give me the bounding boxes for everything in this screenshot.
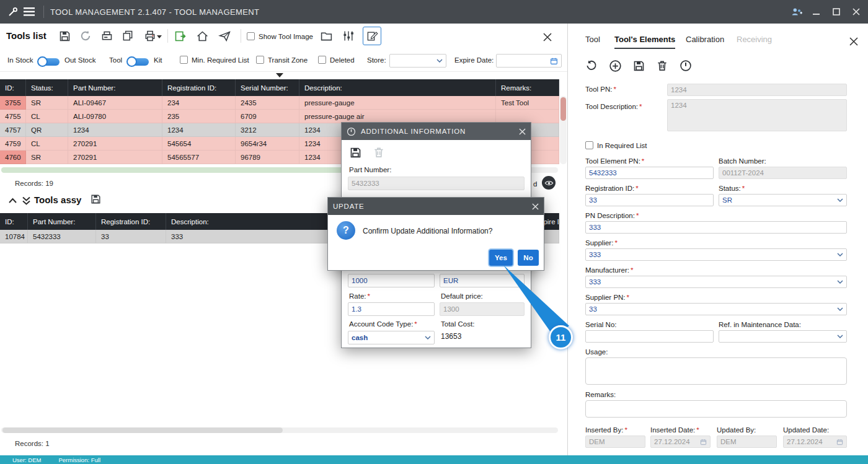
currency-input[interactable] [440,274,525,287]
default-price-field: 1300 [440,302,525,316]
no-button[interactable]: No [518,250,539,266]
import-icon[interactable] [172,28,187,43]
total-cost-value: 13653 [441,332,461,341]
menu-icon[interactable] [21,4,37,20]
ref-maintenance-select[interactable] [719,330,847,343]
refresh-icon[interactable] [78,28,93,43]
min-required-checkbox[interactable] [180,56,188,64]
hscrollbar-thumb[interactable] [2,427,283,433]
tab-calibration[interactable]: Calibration [686,35,724,44]
cell-description: pressure-gauge [299,96,496,110]
edit-button[interactable] [363,27,381,45]
transit-zone-label: Transit Zone [268,56,308,64]
rate-label: Rate:* [349,292,370,300]
in-required-list-checkbox[interactable] [585,141,593,149]
maximize-icon[interactable] [828,4,844,20]
col-id[interactable]: ID: [0,213,28,230]
save-icon[interactable] [88,191,103,206]
stock-toggle[interactable] [38,58,60,66]
table-row[interactable]: 4755 CL ALI-09780 235 6709 pressure-gaug… [0,110,559,123]
manufacturer-select[interactable]: 333 [585,276,847,288]
minimize-icon[interactable] [808,4,825,20]
tool-kit-toggle[interactable] [128,58,149,66]
folder-icon[interactable] [319,28,334,43]
close-tools-list-icon[interactable] [542,32,553,43]
close-panel-icon[interactable] [848,36,859,47]
save-icon[interactable] [631,58,646,73]
export-icon[interactable] [99,28,114,43]
cell-serial-number: 96789 [236,151,299,164]
dialog-header[interactable]: UPDATE [328,198,544,215]
tab-tool[interactable]: Tool [585,35,600,44]
account-code-type-select[interactable]: cash [348,331,435,344]
pn-description-input[interactable] [585,221,847,234]
occluded-text-fragment: d [533,180,537,188]
chevron-down-icon [425,336,431,339]
col-id[interactable]: ID: [0,79,26,96]
double-chevron-down-icon[interactable] [19,193,33,208]
cell-registration-id: 545654 [162,137,236,151]
tab-receiving[interactable]: Receiving [737,35,772,44]
delete-icon[interactable] [373,146,385,161]
usage-textarea[interactable] [585,357,847,385]
expire-date-input[interactable] [496,54,562,68]
close-icon[interactable] [848,4,864,20]
close-icon[interactable] [519,128,526,135]
chevron-up-icon[interactable] [5,193,20,208]
tool-element-pn-input[interactable] [585,167,714,179]
copy-icon[interactable] [120,28,135,43]
price-input[interactable] [348,274,435,287]
table-row[interactable]: 3755 SR ALI-09467 234 2435 pressure-gaug… [0,96,559,110]
status-permission: Permission: Full [58,457,100,463]
show-tool-image-checkbox[interactable] [247,32,255,40]
registration-id-input[interactable] [585,194,714,206]
cell-registration-id: 235 [162,110,236,123]
eye-icon[interactable] [542,176,556,190]
min-required-label: Min. Required List [192,56,249,64]
save-icon[interactable] [349,146,362,162]
col-description[interactable]: Description: [299,79,496,96]
hscrollbar-thumb[interactable] [1,167,346,173]
col-part-number[interactable]: Part Number: [68,79,162,96]
batch-number-label: Batch Number: [719,157,766,165]
col-part-number[interactable]: Part Number: [28,213,96,230]
supplier-select[interactable]: 333 [585,248,847,261]
col-remarks[interactable]: Remarks: [496,79,559,96]
power-icon[interactable] [678,58,693,73]
save-icon[interactable] [57,28,72,43]
col-status[interactable]: Status: [26,79,68,96]
home-icon[interactable] [195,28,210,43]
col-registration-id[interactable]: Registration ID: [96,213,166,230]
cell-registration-id: 33 [96,230,166,243]
undo-icon[interactable] [584,58,599,73]
users-icon[interactable] [789,4,805,20]
transit-zone-checkbox[interactable] [256,56,264,64]
send-icon[interactable] [217,28,232,43]
tab-tools-elements[interactable]: Tool's Elements [614,35,675,49]
remarks-textarea[interactable] [585,400,847,418]
print-icon[interactable] [141,28,164,43]
usage-label: Usage: [585,348,608,356]
chevron-down-icon [436,59,443,63]
add-icon[interactable] [608,58,622,73]
store-select[interactable] [389,54,446,68]
status-select[interactable]: SR [719,194,847,206]
cell-status: SR [26,96,68,110]
supplier-pn-select[interactable]: 33 [585,303,847,315]
cell-status: CL [26,110,68,123]
account-code-type-label: Account Code Type:* [349,320,417,328]
deleted-checkbox[interactable] [318,56,326,64]
cell-remarks [496,110,559,123]
serial-no-input[interactable] [585,330,714,343]
rate-input[interactable] [348,302,435,316]
col-registration-id[interactable]: Registration ID: [162,79,236,96]
delete-icon[interactable] [655,58,670,73]
yes-button[interactable]: Yes [489,250,513,266]
adjust-icon[interactable] [341,28,356,43]
col-serial-number[interactable]: Serial Number: [236,79,299,96]
dialog-header[interactable]: ADDITIONAL INFORMATION [342,123,531,140]
expire-date-label: Expire Date: [454,56,494,64]
vscrollbar-thumb[interactable] [560,97,566,121]
close-icon[interactable] [532,203,539,210]
inserted-date-field: 27.12.2024 [650,436,711,448]
